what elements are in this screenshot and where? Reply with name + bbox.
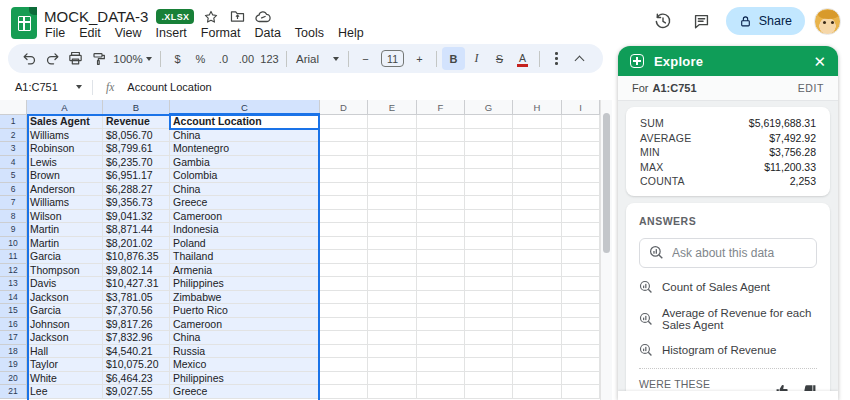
edit-range-button[interactable]: EDIT	[798, 82, 824, 94]
cell-D18[interactable]	[320, 345, 368, 359]
answer-suggestion-3[interactable]: Histogram of Revenue	[639, 343, 817, 357]
cell-D10[interactable]	[320, 237, 368, 251]
cell-A6[interactable]: Anderson	[27, 183, 103, 197]
cell-G7[interactable]	[465, 196, 513, 210]
cell-G17[interactable]	[465, 331, 513, 345]
cell-C20[interactable]: Philippines	[170, 372, 320, 386]
cell-D12[interactable]	[320, 264, 368, 278]
cell-G20[interactable]	[465, 372, 513, 386]
scrollbar-thumb[interactable]	[603, 113, 610, 253]
cell-H12[interactable]	[513, 264, 562, 278]
cell-D13[interactable]	[320, 277, 368, 291]
cell-F21[interactable]	[417, 385, 465, 399]
cell-A2[interactable]: Williams	[27, 129, 103, 143]
menu-edit[interactable]: Edit	[72, 24, 108, 42]
decrease-font-size-button[interactable]: −	[354, 47, 377, 70]
comments-icon[interactable]	[687, 6, 717, 36]
cell-F12[interactable]	[417, 264, 465, 278]
cell-H15[interactable]	[513, 304, 562, 318]
cell-G19[interactable]	[465, 358, 513, 372]
row-header-17[interactable]: 17	[0, 331, 27, 345]
col-header-B[interactable]: B	[103, 100, 170, 115]
cell-A20[interactable]: White	[27, 372, 103, 386]
menu-insert[interactable]: Insert	[149, 24, 194, 42]
cell-E21[interactable]	[368, 385, 417, 399]
font-select[interactable]: Arial	[292, 47, 343, 70]
row-header-19[interactable]: 19	[0, 358, 27, 372]
cell-G8[interactable]	[465, 210, 513, 224]
cell-D14[interactable]	[320, 291, 368, 305]
cell-I11[interactable]	[562, 250, 600, 264]
cell-D20[interactable]	[320, 372, 368, 386]
ask-data-searchbox[interactable]	[639, 238, 817, 268]
row-header-10[interactable]: 10	[0, 237, 27, 251]
cell-E20[interactable]	[368, 372, 417, 386]
cell-E17[interactable]	[368, 331, 417, 345]
cell-I2[interactable]	[562, 129, 600, 143]
document-title[interactable]: MOCK_DATA-3	[44, 8, 148, 25]
close-icon[interactable]: ✕	[813, 54, 826, 69]
cell-F6[interactable]	[417, 183, 465, 197]
cell-F17[interactable]	[417, 331, 465, 345]
cell-C3[interactable]: Montenegro	[170, 142, 320, 156]
cell-E13[interactable]	[368, 277, 417, 291]
cell-E15[interactable]	[368, 304, 417, 318]
cell-A19[interactable]: Taylor	[27, 358, 103, 372]
cell-F8[interactable]	[417, 210, 465, 224]
cell-D7[interactable]	[320, 196, 368, 210]
cell-C21[interactable]: Greece	[170, 385, 320, 399]
row-header-18[interactable]: 18	[0, 345, 27, 359]
redo-icon[interactable]	[41, 47, 64, 70]
cell-D5[interactable]	[320, 169, 368, 183]
cell-G10[interactable]	[465, 237, 513, 251]
cell-B6[interactable]: $6,288.27	[103, 183, 170, 197]
cell-H17[interactable]	[513, 331, 562, 345]
cell-B4[interactable]: $6,235.70	[103, 156, 170, 170]
cell-H4[interactable]	[513, 156, 562, 170]
cell-C2[interactable]: China	[170, 129, 320, 143]
cell-B13[interactable]: $10,427.31	[103, 277, 170, 291]
menu-tools[interactable]: Tools	[288, 24, 331, 42]
italic-button[interactable]: I	[465, 47, 488, 70]
cell-I14[interactable]	[562, 291, 600, 305]
cell-F3[interactable]	[417, 142, 465, 156]
cell-C1[interactable]: Account Location	[170, 115, 320, 129]
cell-C7[interactable]: Greece	[170, 196, 320, 210]
col-header-F[interactable]: F	[417, 100, 465, 115]
cell-B12[interactable]: $9,802.14	[103, 264, 170, 278]
cell-F5[interactable]	[417, 169, 465, 183]
cloud-saved-icon[interactable]	[254, 8, 272, 26]
cell-B5[interactable]: $6,951.17	[103, 169, 170, 183]
cell-I16[interactable]	[562, 318, 600, 332]
cell-H8[interactable]	[513, 210, 562, 224]
star-icon[interactable]	[202, 8, 220, 26]
cell-I4[interactable]	[562, 156, 600, 170]
cell-G16[interactable]	[465, 318, 513, 332]
cell-E12[interactable]	[368, 264, 417, 278]
cell-H21[interactable]	[513, 385, 562, 399]
account-avatar[interactable]	[814, 8, 841, 35]
cell-H5[interactable]	[513, 169, 562, 183]
cell-G11[interactable]	[465, 250, 513, 264]
cell-E7[interactable]	[368, 196, 417, 210]
answer-suggestion-1[interactable]: Count of Sales Agent	[639, 280, 817, 294]
menu-help[interactable]: Help	[331, 24, 371, 42]
cell-B14[interactable]: $3,781.05	[103, 291, 170, 305]
text-color-button[interactable]: A	[511, 47, 534, 70]
cell-A12[interactable]: Thompson	[27, 264, 103, 278]
cell-G9[interactable]	[465, 223, 513, 237]
col-header-A[interactable]: A	[27, 100, 103, 115]
row-header-11[interactable]: 11	[0, 250, 27, 264]
cell-E5[interactable]	[368, 169, 417, 183]
cell-C6[interactable]: China	[170, 183, 320, 197]
zoom-select[interactable]: 100%	[110, 47, 155, 70]
cell-I12[interactable]	[562, 264, 600, 278]
increase-decimal-button[interactable]: .00	[235, 47, 258, 70]
cell-C18[interactable]: Russia	[170, 345, 320, 359]
cell-I17[interactable]	[562, 331, 600, 345]
cell-C9[interactable]: Indonesia	[170, 223, 320, 237]
cell-E10[interactable]	[368, 237, 417, 251]
cell-E1[interactable]	[368, 115, 417, 129]
cell-I8[interactable]	[562, 210, 600, 224]
cell-E19[interactable]	[368, 358, 417, 372]
